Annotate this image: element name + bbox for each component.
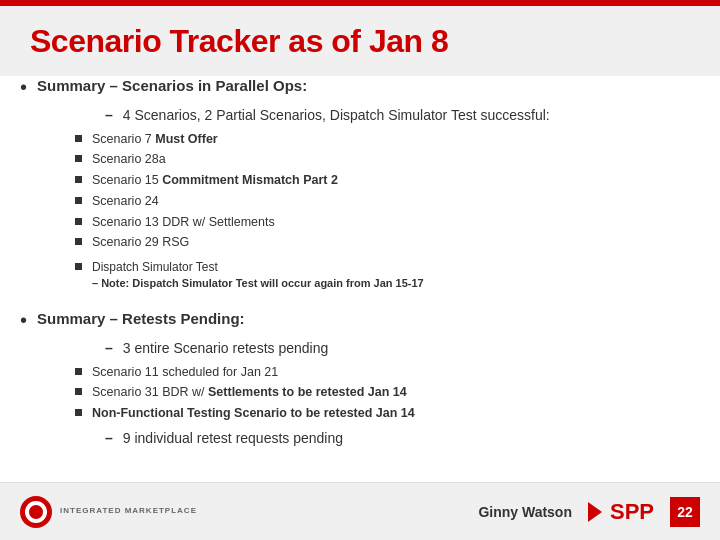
list-item: Scenario 7 Must Offer bbox=[75, 130, 700, 149]
spp-brand: SPP bbox=[588, 499, 654, 525]
main-content: • Summary – Scenarios in Parallel Ops: –… bbox=[20, 76, 700, 480]
dispatch-note: – Note: Dispatch Simulator Test will occ… bbox=[92, 277, 700, 289]
sq-bullet bbox=[75, 368, 82, 375]
section-retests: • Summary – Retests Pending: – 3 entire … bbox=[20, 309, 700, 448]
sq-bullet bbox=[75, 155, 82, 162]
bullet-dot-2: • bbox=[20, 307, 27, 333]
item-text-1: Scenario 7 Must Offer bbox=[92, 130, 218, 149]
sub-bullet-3: – 9 individual retest requests pending bbox=[105, 429, 700, 449]
list-item: Scenario 29 RSG bbox=[75, 233, 700, 252]
dispatch-label: Dispatch Simulator Test bbox=[92, 258, 218, 276]
divider bbox=[20, 301, 700, 309]
list-item: Scenario 15 Commitment Mismatch Part 2 bbox=[75, 171, 700, 190]
retest-item-2: Scenario 31 BDR w/ Settlements to be ret… bbox=[92, 383, 407, 402]
list-item: Non-Functional Testing Scenario to be re… bbox=[75, 404, 700, 423]
logo-inner bbox=[25, 501, 47, 523]
page-number: 22 bbox=[670, 497, 700, 527]
spp-logo: SPP bbox=[610, 499, 654, 525]
item-text-6: Scenario 29 RSG bbox=[92, 233, 189, 252]
spp-triangle-icon bbox=[588, 502, 602, 522]
sub-bullet-2: – 3 entire Scenario retests pending bbox=[105, 339, 700, 359]
section1-title: Summary – Scenarios in Parallel Ops: bbox=[37, 76, 307, 96]
logo-circle bbox=[20, 496, 52, 528]
dispatch-row: Dispatch Simulator Test bbox=[75, 258, 700, 276]
sub-indent-2: – 3 entire Scenario retests pending bbox=[75, 339, 700, 359]
footer-logo: INTEGRATED MARKETPLACE bbox=[20, 496, 197, 528]
retest-item-1: Scenario 11 scheduled for Jan 21 bbox=[92, 363, 278, 382]
logo-core bbox=[29, 505, 43, 519]
logo-text: INTEGRATED MARKETPLACE bbox=[60, 506, 197, 516]
dash-2: – bbox=[105, 339, 113, 359]
list-item: Scenario 11 scheduled for Jan 21 bbox=[75, 363, 700, 382]
sub-text-1: 4 Scenarios, 2 Partial Scenarios, Dispat… bbox=[123, 106, 550, 126]
sub-bullet-1: – 4 Scenarios, 2 Partial Scenarios, Disp… bbox=[105, 106, 700, 126]
sq-bullet bbox=[75, 197, 82, 204]
footer-right: Ginny Watson SPP 22 bbox=[478, 497, 700, 527]
section-parallel-ops: • Summary – Scenarios in Parallel Ops: –… bbox=[20, 76, 700, 289]
page-title: Scenario Tracker as of Jan 8 bbox=[30, 23, 448, 60]
sub-text-3: 9 individual retest requests pending bbox=[123, 429, 343, 449]
dash-3: – bbox=[105, 429, 113, 449]
section2-title: Summary – Retests Pending: bbox=[37, 309, 245, 329]
sq-bullet bbox=[75, 218, 82, 225]
bullet-main-1: • Summary – Scenarios in Parallel Ops: bbox=[20, 76, 700, 100]
retest-items: Scenario 11 scheduled for Jan 21 Scenari… bbox=[75, 363, 700, 423]
dash-1: – bbox=[105, 106, 113, 126]
parallel-ops-items: Scenario 7 Must Offer Scenario 28a Scena… bbox=[75, 130, 700, 253]
item-text-2: Scenario 28a bbox=[92, 150, 166, 169]
sq-bullet bbox=[75, 135, 82, 142]
list-item: Scenario 31 BDR w/ Settlements to be ret… bbox=[75, 383, 700, 402]
sq-bullet bbox=[75, 238, 82, 245]
list-item: Scenario 28a bbox=[75, 150, 700, 169]
list-item: Scenario 13 DDR w/ Settlements bbox=[75, 213, 700, 232]
sq-bullet bbox=[75, 176, 82, 183]
list-item: Scenario 24 bbox=[75, 192, 700, 211]
header: Scenario Tracker as of Jan 8 bbox=[0, 6, 720, 76]
footer: INTEGRATED MARKETPLACE Ginny Watson SPP … bbox=[0, 482, 720, 540]
retest-item-3: Non-Functional Testing Scenario to be re… bbox=[92, 404, 415, 423]
sub-text-2: 3 entire Scenario retests pending bbox=[123, 339, 328, 359]
sq-bullet bbox=[75, 388, 82, 395]
sq-bullet bbox=[75, 409, 82, 416]
item-text-3: Scenario 15 Commitment Mismatch Part 2 bbox=[92, 171, 338, 190]
author-name: Ginny Watson bbox=[478, 504, 572, 520]
bullet-dot-1: • bbox=[20, 74, 27, 100]
sub-indent-3: – 9 individual retest requests pending bbox=[75, 429, 700, 449]
bullet-main-2: • Summary – Retests Pending: bbox=[20, 309, 700, 333]
sub-indent-1: – 4 Scenarios, 2 Partial Scenarios, Disp… bbox=[75, 106, 700, 126]
sq-bullet-dispatch bbox=[75, 263, 82, 270]
item-text-4: Scenario 24 bbox=[92, 192, 159, 211]
dispatch-block: Dispatch Simulator Test – Note: Dispatch… bbox=[75, 258, 700, 289]
slide: Scenario Tracker as of Jan 8 • Summary –… bbox=[0, 0, 720, 540]
item-text-5: Scenario 13 DDR w/ Settlements bbox=[92, 213, 275, 232]
